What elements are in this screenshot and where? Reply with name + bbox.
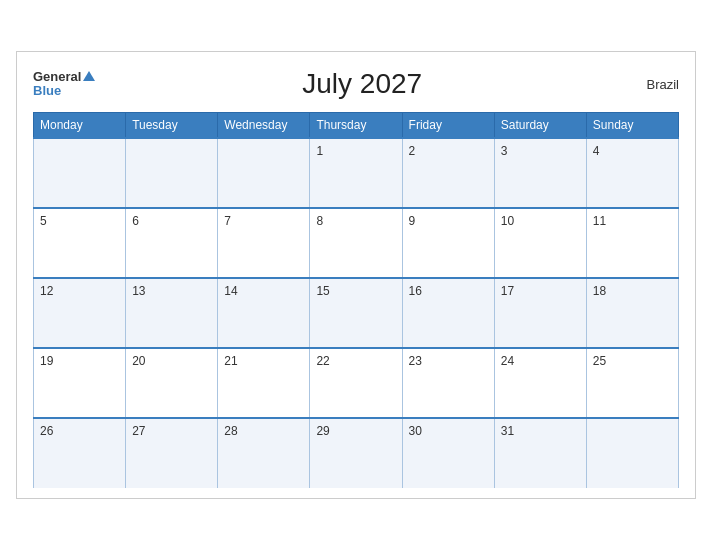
day-number: 14 — [224, 284, 237, 298]
day-number: 4 — [593, 144, 600, 158]
calendar-week-row: 262728293031 — [34, 418, 679, 488]
weekday-header-row: Monday Tuesday Wednesday Thursday Friday… — [34, 113, 679, 139]
calendar-day-cell: 18 — [586, 278, 678, 348]
calendar-day-cell — [586, 418, 678, 488]
calendar-container: General Blue July 2027 Brazil Monday Tue… — [16, 51, 696, 499]
day-number: 27 — [132, 424, 145, 438]
calendar-day-cell: 5 — [34, 208, 126, 278]
calendar-day-cell: 30 — [402, 418, 494, 488]
day-number: 5 — [40, 214, 47, 228]
day-number: 17 — [501, 284, 514, 298]
calendar-table: Monday Tuesday Wednesday Thursday Friday… — [33, 112, 679, 488]
day-number: 22 — [316, 354, 329, 368]
calendar-day-cell: 13 — [126, 278, 218, 348]
calendar-day-cell — [34, 138, 126, 208]
calendar-day-cell — [126, 138, 218, 208]
day-number: 26 — [40, 424, 53, 438]
weekday-monday: Monday — [34, 113, 126, 139]
day-number: 9 — [409, 214, 416, 228]
day-number: 12 — [40, 284, 53, 298]
weekday-sunday: Sunday — [586, 113, 678, 139]
weekday-saturday: Saturday — [494, 113, 586, 139]
day-number: 3 — [501, 144, 508, 158]
day-number: 20 — [132, 354, 145, 368]
logo-triangle-icon — [83, 71, 95, 81]
calendar-week-row: 19202122232425 — [34, 348, 679, 418]
day-number: 21 — [224, 354, 237, 368]
calendar-day-cell: 9 — [402, 208, 494, 278]
day-number: 10 — [501, 214, 514, 228]
calendar-day-cell: 11 — [586, 208, 678, 278]
calendar-day-cell: 2 — [402, 138, 494, 208]
weekday-wednesday: Wednesday — [218, 113, 310, 139]
calendar-day-cell: 29 — [310, 418, 402, 488]
calendar-day-cell: 10 — [494, 208, 586, 278]
calendar-day-cell: 6 — [126, 208, 218, 278]
calendar-day-cell: 4 — [586, 138, 678, 208]
calendar-day-cell: 1 — [310, 138, 402, 208]
calendar-day-cell: 3 — [494, 138, 586, 208]
day-number: 23 — [409, 354, 422, 368]
day-number: 25 — [593, 354, 606, 368]
weekday-thursday: Thursday — [310, 113, 402, 139]
calendar-day-cell: 15 — [310, 278, 402, 348]
calendar-day-cell: 20 — [126, 348, 218, 418]
calendar-day-cell: 17 — [494, 278, 586, 348]
day-number: 30 — [409, 424, 422, 438]
calendar-day-cell: 12 — [34, 278, 126, 348]
country-label: Brazil — [629, 77, 679, 92]
day-number: 29 — [316, 424, 329, 438]
day-number: 19 — [40, 354, 53, 368]
day-number: 6 — [132, 214, 139, 228]
calendar-day-cell: 23 — [402, 348, 494, 418]
day-number: 18 — [593, 284, 606, 298]
day-number: 31 — [501, 424, 514, 438]
calendar-day-cell: 21 — [218, 348, 310, 418]
calendar-day-cell: 24 — [494, 348, 586, 418]
calendar-week-row: 567891011 — [34, 208, 679, 278]
calendar-header: General Blue July 2027 Brazil — [33, 68, 679, 100]
calendar-day-cell: 16 — [402, 278, 494, 348]
calendar-day-cell: 8 — [310, 208, 402, 278]
day-number: 16 — [409, 284, 422, 298]
calendar-day-cell: 27 — [126, 418, 218, 488]
calendar-week-row: 1234 — [34, 138, 679, 208]
day-number: 1 — [316, 144, 323, 158]
logo-general-text: General — [33, 70, 95, 84]
day-number: 28 — [224, 424, 237, 438]
calendar-day-cell: 31 — [494, 418, 586, 488]
day-number: 7 — [224, 214, 231, 228]
calendar-day-cell: 25 — [586, 348, 678, 418]
month-title: July 2027 — [95, 68, 629, 100]
calendar-day-cell: 14 — [218, 278, 310, 348]
calendar-day-cell: 28 — [218, 418, 310, 488]
calendar-day-cell: 19 — [34, 348, 126, 418]
weekday-tuesday: Tuesday — [126, 113, 218, 139]
day-number: 2 — [409, 144, 416, 158]
day-number: 15 — [316, 284, 329, 298]
logo-blue-text: Blue — [33, 84, 61, 98]
logo: General Blue — [33, 70, 95, 99]
calendar-day-cell: 22 — [310, 348, 402, 418]
calendar-week-row: 12131415161718 — [34, 278, 679, 348]
calendar-day-cell: 26 — [34, 418, 126, 488]
calendar-day-cell: 7 — [218, 208, 310, 278]
day-number: 24 — [501, 354, 514, 368]
weekday-friday: Friday — [402, 113, 494, 139]
calendar-day-cell — [218, 138, 310, 208]
day-number: 8 — [316, 214, 323, 228]
day-number: 13 — [132, 284, 145, 298]
day-number: 11 — [593, 214, 606, 228]
